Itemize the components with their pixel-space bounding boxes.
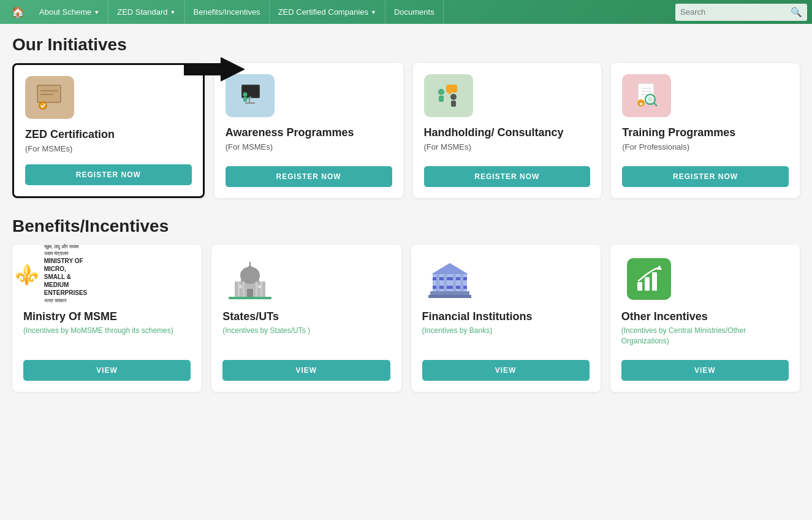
- svg-rect-36: [247, 289, 253, 297]
- svg-rect-10: [249, 98, 250, 103]
- main-content: Our Initiatives ZED Certification (For M…: [0, 24, 812, 403]
- card-awareness: Awareness Programmes (For MSMEs) REGISTE…: [214, 63, 403, 198]
- zed-certified-arrow-icon: ▼: [371, 9, 376, 15]
- msme-hindi-footer: भारत सरकार: [44, 298, 88, 304]
- arrow-annotation: [184, 57, 245, 82]
- home-icon[interactable]: 🏠: [5, 6, 31, 19]
- msme-title: Ministry Of MSME: [23, 310, 117, 323]
- msme-ministry-text: MINISTRY OFMICRO, SMALL &MEDIUM ENTERPRI…: [44, 257, 88, 297]
- card-handholding: Handholding/ Consultancy (For MSMEs) REG…: [413, 63, 602, 198]
- main-nav: 🏠 About Scheme ▼ ZED Standard ▼ Benefits…: [0, 0, 812, 24]
- benefit-card-states: States/UTs (Incentives by States/UTs ) V…: [211, 245, 401, 392]
- training-register-button[interactable]: REGISTER NOW: [622, 166, 789, 187]
- svg-rect-31: [249, 262, 251, 268]
- svg-marker-13: [449, 93, 451, 95]
- search-icon[interactable]: 🔍: [791, 7, 802, 18]
- svg-rect-46: [453, 274, 456, 291]
- search-bar: 🔍: [675, 4, 807, 21]
- svg-rect-34: [256, 281, 257, 297]
- benefit-card-financial: Financial Institutions (Incentives by Ba…: [411, 245, 601, 392]
- svg-rect-49: [428, 295, 471, 298]
- svg-line-24: [654, 103, 657, 106]
- svg-rect-47: [460, 274, 463, 291]
- benefit-card-msme: ⚜️ सूक्ष्म, लघु और मध्यम उद्यम मंत्रालय …: [12, 245, 202, 392]
- zed-cert-icon: [25, 76, 74, 119]
- benefits-title: Benefits/Incentives: [12, 216, 800, 236]
- card-handholding-subtitle: (For MSMEs): [424, 142, 471, 151]
- svg-rect-44: [436, 274, 439, 291]
- states-view-button[interactable]: VIEW: [222, 360, 390, 381]
- search-input[interactable]: [680, 7, 791, 17]
- zed-standard-arrow-icon: ▼: [170, 9, 176, 15]
- svg-rect-17: [451, 101, 456, 107]
- benefit-card-other: Other Incentives (Incentives by Central …: [610, 245, 800, 392]
- states-subtitle: (Incentives by States/UTs ): [222, 326, 310, 336]
- card-zed-cert-subtitle: (For MSMEs): [25, 144, 72, 153]
- svg-point-16: [450, 94, 457, 100]
- card-awareness-title: Awareness Programmes: [226, 126, 354, 140]
- svg-rect-37: [239, 285, 242, 288]
- initiatives-title: Our Initiatives: [12, 35, 800, 55]
- svg-rect-50: [637, 282, 642, 291]
- card-zed-certification: ZED Certification (For MSMEs) REGISTER N…: [12, 63, 205, 198]
- svg-rect-51: [645, 277, 650, 291]
- other-view-button[interactable]: VIEW: [621, 360, 789, 381]
- svg-rect-38: [258, 285, 261, 288]
- nav-about-scheme[interactable]: About Scheme ▼: [31, 0, 108, 24]
- msme-emblem-icon: ⚜️: [15, 263, 39, 286]
- benefits-cards-row: ⚜️ सूक्ष्म, लघु और मध्यम उद्यम मंत्रालय …: [12, 245, 800, 392]
- card-zed-cert-title: ZED Certification: [25, 128, 115, 142]
- training-icon: ★: [622, 74, 671, 117]
- nav-benefits-incentives[interactable]: Benefits/Incentives: [185, 0, 270, 24]
- svg-marker-40: [431, 263, 468, 274]
- card-awareness-subtitle: (For MSMEs): [226, 142, 273, 151]
- financial-icon-wrap: [422, 256, 477, 302]
- initiatives-cards-row: ZED Certification (For MSMEs) REGISTER N…: [12, 63, 800, 198]
- card-training: ★ Training Programmes (For Professionals…: [611, 63, 800, 198]
- svg-rect-32: [238, 281, 240, 297]
- msme-subtitle: (Incentives by MoMSME through its scheme…: [23, 326, 173, 336]
- svg-rect-15: [439, 96, 444, 102]
- financial-subtitle: (Incentives by Banks): [422, 326, 493, 336]
- msme-logo-wrap: ⚜️ सूक्ष्म, लघु और मध्यम उद्यम मंत्रालय …: [23, 256, 78, 302]
- svg-point-7: [243, 93, 247, 97]
- states-title: States/UTs: [222, 310, 279, 323]
- svg-rect-33: [243, 281, 245, 297]
- financial-view-button[interactable]: VIEW: [422, 360, 590, 381]
- msme-hindi-text: सूक्ष्म, लघु और मध्यम उद्यम मंत्रालय: [44, 244, 88, 257]
- svg-point-23: [648, 97, 653, 102]
- svg-rect-35: [260, 281, 262, 297]
- svg-rect-48: [430, 291, 469, 295]
- states-icon-wrap: [222, 256, 278, 302]
- financial-title: Financial Institutions: [422, 310, 533, 323]
- svg-rect-39: [229, 297, 271, 299]
- svg-text:★: ★: [639, 102, 643, 106]
- nav-documents[interactable]: Documents: [385, 0, 444, 24]
- about-scheme-arrow-icon: ▼: [94, 9, 99, 15]
- svg-marker-0: [184, 57, 245, 82]
- svg-rect-52: [652, 272, 657, 291]
- other-subtitle: (Incentives by Central Ministries/Other …: [621, 326, 789, 346]
- msme-view-button[interactable]: VIEW: [23, 360, 191, 381]
- handholding-register-button[interactable]: REGISTER NOW: [424, 166, 591, 187]
- zed-cert-register-button[interactable]: REGISTER NOW: [25, 164, 192, 185]
- svg-point-4: [39, 102, 47, 109]
- other-icon-wrap: [621, 256, 677, 302]
- other-title: Other Incentives: [621, 310, 708, 323]
- nav-zed-standard[interactable]: ZED Standard ▼: [108, 0, 184, 24]
- handholding-icon: [424, 74, 473, 117]
- svg-rect-8: [243, 97, 247, 102]
- svg-rect-1: [37, 85, 61, 102]
- svg-point-14: [438, 89, 444, 95]
- card-training-title: Training Programmes: [622, 126, 735, 140]
- svg-rect-12: [446, 85, 457, 93]
- svg-rect-45: [444, 274, 447, 291]
- card-training-subtitle: (For Professionals): [622, 142, 689, 151]
- card-handholding-title: Handholding/ Consultancy: [424, 126, 564, 140]
- nav-zed-certified-companies[interactable]: ZED Certified Companies ▼: [270, 0, 385, 24]
- awareness-register-button[interactable]: REGISTER NOW: [226, 166, 392, 187]
